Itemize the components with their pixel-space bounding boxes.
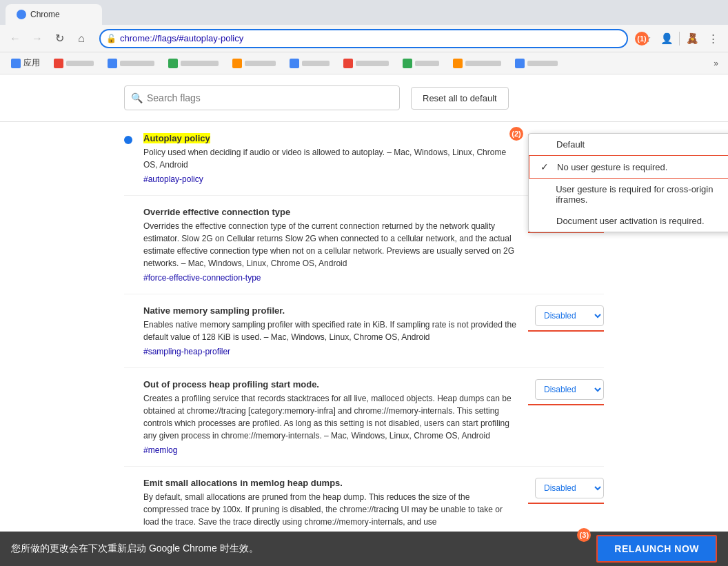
memory-select[interactable]: Disabled xyxy=(535,305,604,326)
connection-description: Overrides the effective connection type … xyxy=(143,220,517,270)
autoplay-description: Policy used when deciding if audio or vi… xyxy=(143,146,517,171)
autoplay-link[interactable]: #autoplay-policy xyxy=(143,174,203,184)
bm3-label xyxy=(181,61,219,66)
url-lock-icon: 🔓 xyxy=(106,34,117,43)
bm5-label xyxy=(302,61,330,66)
browser-tab[interactable]: Chrome xyxy=(6,4,102,25)
memory-control: Disabled xyxy=(528,305,604,332)
home-button[interactable]: ⌂ xyxy=(72,29,91,48)
bm2-icon xyxy=(108,59,117,68)
bm7-icon xyxy=(403,59,412,68)
main-content: 🔍 Reset all to default Autoplay policy P… xyxy=(0,74,728,543)
autoplay-title: Autoplay policy xyxy=(143,133,517,143)
allocations-description: By default, small allocations are pruned… xyxy=(143,491,517,528)
heap-underline xyxy=(528,404,604,405)
memory-link[interactable]: #sampling-heap-profiler xyxy=(143,347,230,356)
apps-favicon xyxy=(11,59,21,68)
bm8-icon xyxy=(453,59,463,68)
allocations-underline xyxy=(528,503,604,504)
reload-button[interactable]: ↻ xyxy=(50,29,69,48)
bm1-label xyxy=(66,61,94,66)
bm2-label xyxy=(120,61,154,66)
heap-link[interactable]: #memlog xyxy=(143,445,177,455)
allocations-select[interactable]: Disabled xyxy=(535,478,604,498)
bm3-icon xyxy=(168,59,178,68)
dropdown-option-no-gesture[interactable]: ✓ No user gesture is required. xyxy=(529,155,728,179)
flags-list: Autoplay policy Policy used when decidin… xyxy=(0,122,728,543)
dropdown-option-3-label: Document user activation is required. xyxy=(556,216,705,226)
address-bar-container: 🔓 (1) xyxy=(99,29,628,48)
more-bookmarks[interactable]: » xyxy=(709,57,722,70)
dropdown-option-0-label: Default xyxy=(556,139,585,150)
allocations-content: Emit small allocations in memlog heap du… xyxy=(143,478,517,531)
bookmark-3[interactable] xyxy=(163,57,224,70)
bookmark-7[interactable] xyxy=(397,57,445,70)
toolbar-icons: ☆ 👤 🧸 ⋮ xyxy=(636,29,722,48)
autoplay-content: Autoplay policy Policy used when decidin… xyxy=(143,133,517,184)
relaunch-container: (3) RELAUNCH NOW xyxy=(596,535,717,563)
autoplay-control: (2) Default ✓ No user gesture is require… xyxy=(528,133,604,136)
profile-button[interactable]: 👤 xyxy=(657,29,676,48)
bm8-label xyxy=(465,61,501,66)
forward-button[interactable]: → xyxy=(28,29,47,48)
flags-header: 🔍 Reset all to default xyxy=(0,74,728,122)
bm9-icon xyxy=(515,59,525,68)
search-input[interactable] xyxy=(124,85,400,110)
heap-description: Creates a profiling service that records… xyxy=(143,392,517,442)
search-container: 🔍 xyxy=(124,85,400,110)
bm1-icon xyxy=(54,59,63,68)
relaunch-annotation: (3) xyxy=(577,528,591,542)
bm7-label xyxy=(415,61,439,66)
bm6-icon xyxy=(343,59,353,68)
bm5-icon xyxy=(290,59,299,68)
memory-underline xyxy=(528,330,604,332)
flag-item-memory: Native memory sampling profiler. Enables… xyxy=(124,294,604,368)
autoplay-title-text: Autoplay policy xyxy=(143,133,210,143)
address-input[interactable] xyxy=(99,29,628,48)
checkmark-1: ✓ xyxy=(540,161,552,172)
flag-item-autoplay: Autoplay policy Policy used when decidin… xyxy=(124,122,604,196)
dropdown-option-1-label: No user gesture is required. xyxy=(557,162,667,172)
dropdown-option-default[interactable]: Default xyxy=(529,134,728,155)
extensions-button[interactable]: 🧸 xyxy=(682,29,702,48)
relaunch-button[interactable]: RELAUNCH NOW xyxy=(596,535,717,563)
tab-favicon xyxy=(17,10,26,19)
bookmark-6[interactable] xyxy=(338,57,394,70)
memory-title: Native memory sampling profiler. xyxy=(143,305,517,316)
browser-frame: Chrome ← → ↻ ⌂ 🔓 (1) ☆ 👤 🧸 ⋮ 应用 xyxy=(0,0,728,566)
bookmark-1[interactable] xyxy=(48,57,99,70)
apps-label: 应用 xyxy=(23,57,40,69)
allocations-title: Emit small allocations in memlog heap du… xyxy=(143,478,517,488)
heap-title: Out of process heap profiling start mode… xyxy=(143,379,517,390)
bm4-label xyxy=(245,61,276,66)
bookmark-2[interactable] xyxy=(102,57,160,70)
reset-button[interactable]: Reset all to default xyxy=(411,87,509,110)
bottom-bar: 您所做的更改会在下次重新启动 Google Chrome 时生效。 (3) RE… xyxy=(0,532,728,566)
bookmark-apps[interactable]: 应用 xyxy=(6,56,46,70)
url-annotation: (1) xyxy=(635,32,649,46)
bookmark-8[interactable] xyxy=(447,57,507,70)
dropdown-annotation: (2) xyxy=(509,127,523,141)
bookmark-4[interactable] xyxy=(227,57,281,70)
bottom-text: 您所做的更改会在下次重新启动 Google Chrome 时生效。 xyxy=(11,543,259,555)
tab-label: Chrome xyxy=(30,10,60,19)
bm9-label xyxy=(527,61,558,66)
autoplay-bullet xyxy=(124,136,132,144)
menu-button[interactable]: ⋮ xyxy=(703,29,722,48)
heap-select[interactable]: Disabled xyxy=(535,379,604,400)
toolbar-divider xyxy=(679,32,680,46)
allocations-control: Disabled xyxy=(528,478,604,504)
connection-link[interactable]: #force-effective-connection-type xyxy=(143,273,261,283)
toolbar: ← → ↻ ⌂ 🔓 (1) ☆ 👤 🧸 ⋮ xyxy=(0,25,728,52)
bookmark-9[interactable] xyxy=(509,57,563,70)
dropdown-option-cross-origin[interactable]: User gesture is required for cross-origi… xyxy=(529,179,728,210)
bookmark-5[interactable] xyxy=(284,57,335,70)
dropdown-option-document-activation[interactable]: Document user activation is required. xyxy=(529,210,728,232)
bm6-label xyxy=(356,61,389,66)
memory-content: Native memory sampling profiler. Enables… xyxy=(143,305,517,356)
flag-item-heap: Out of process heap profiling start mode… xyxy=(124,368,604,467)
autoplay-dropdown[interactable]: (2) Default ✓ No user gesture is require… xyxy=(528,133,728,232)
search-icon: 🔍 xyxy=(131,92,143,103)
tab-bar: Chrome xyxy=(0,0,728,25)
back-button[interactable]: ← xyxy=(6,29,25,48)
